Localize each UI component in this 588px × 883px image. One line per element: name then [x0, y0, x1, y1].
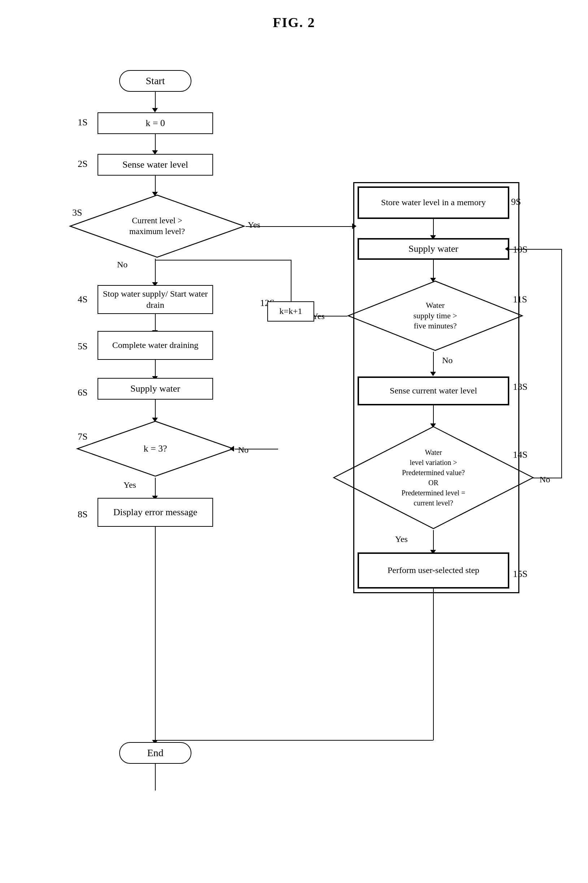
- step-3s-label: Current level >maximum level?: [106, 212, 208, 240]
- label-8s: 8S: [78, 509, 87, 520]
- label-13s: 13S: [513, 381, 527, 392]
- step-15s: Perform user-selected step: [358, 553, 509, 589]
- step-4s: Stop water supply/ Start water drain: [98, 285, 213, 314]
- label-9s: 9S: [511, 197, 521, 207]
- step-10s: Supply water: [358, 238, 509, 260]
- step-3s-diamond: Current level >maximum level?: [69, 194, 246, 259]
- step-7s-diamond: k = 3?: [76, 420, 235, 478]
- step-11s-label: Watersupply time >five minutes?: [388, 297, 482, 335]
- step-11s-diamond: Watersupply time >five minutes?: [347, 279, 524, 352]
- step-8s: Display error message: [98, 498, 213, 527]
- step-7s-label: k = 3?: [116, 439, 195, 458]
- label-yes-7s: Yes: [122, 480, 138, 490]
- label-no-3s: No: [116, 260, 129, 270]
- step-12s: k=k+1: [267, 301, 314, 321]
- label-10s: 10S: [513, 244, 527, 255]
- step-14s-label: Waterlevel variation >Predetermined valu…: [376, 444, 491, 512]
- label-5s: 5S: [78, 341, 87, 352]
- label-2s: 2S: [78, 159, 87, 170]
- step-9s: Store water level in a memory: [358, 186, 509, 219]
- step-13s: Sense current water level: [358, 377, 509, 405]
- end-terminal: End: [119, 742, 191, 764]
- start-terminal: Start: [119, 70, 191, 92]
- label-yes-14s: Yes: [394, 535, 409, 544]
- label-4s: 4S: [78, 294, 87, 305]
- label-1s: 1S: [78, 117, 87, 128]
- step-6s: Supply water: [98, 378, 213, 399]
- label-no-7s: No: [237, 445, 250, 455]
- flowchart-diagram: Start 1S k = 0 2S Sense water level 3S C…: [0, 41, 588, 883]
- step-5s: Complete water draining: [98, 331, 213, 360]
- label-6s: 6S: [78, 387, 87, 398]
- step-1s: k = 0: [98, 113, 213, 134]
- label-no-14s: No: [538, 475, 552, 485]
- figure-title: FIG. 2: [0, 0, 588, 30]
- label-yes-3s: Yes: [246, 220, 262, 230]
- label-no-11s: No: [441, 356, 454, 365]
- step-14s-diamond: Waterlevel variation >Predetermined valu…: [332, 425, 534, 530]
- step-2s: Sense water level: [98, 154, 213, 176]
- label-15s: 15S: [513, 569, 527, 580]
